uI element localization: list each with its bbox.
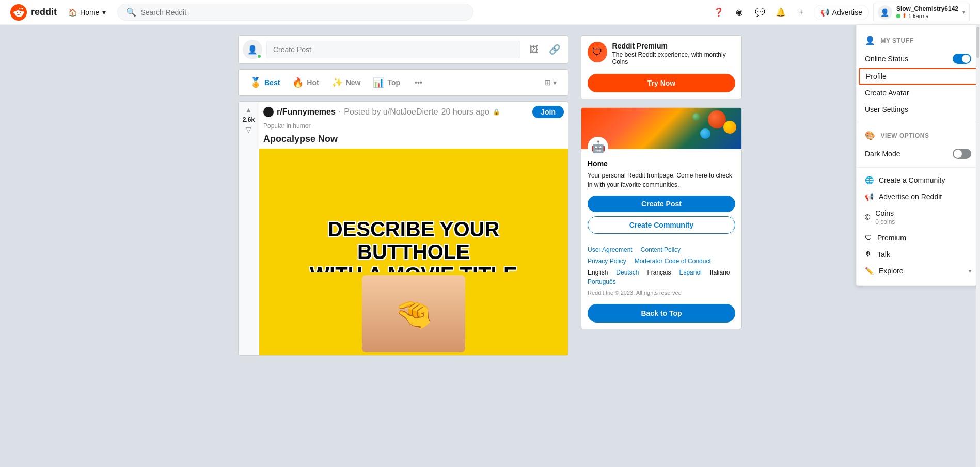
notification-icon-btn[interactable]: 🔔 <box>772 4 789 21</box>
advertise-left: 📢 Advertise on Reddit <box>865 192 942 201</box>
back-to-top-button[interactable]: Back to Top <box>588 304 735 323</box>
premium-card: 🛡 Reddit Premium The best Reddit experie… <box>581 35 742 99</box>
notification-icon: 🔔 <box>776 7 786 17</box>
explore-left: ✏️ Explore <box>865 267 903 275</box>
chat-icon-btn[interactable]: 💬 <box>752 4 768 21</box>
try-now-button[interactable]: Try Now <box>588 74 735 92</box>
footer-lang-row: English Deutsch Français Español Italian… <box>588 269 735 285</box>
image-icon: 🖼 <box>529 44 539 55</box>
layout-chevron-icon: ▾ <box>553 78 557 87</box>
sort-hot-button[interactable]: 🔥 Hot <box>287 73 324 92</box>
profile-item[interactable]: Profile <box>859 68 977 85</box>
divider-1 <box>857 122 979 122</box>
sidebar-create-post-button[interactable]: Create Post <box>588 196 735 212</box>
user-info: Slow_Chemistry6142 ⬆ 1 karma <box>896 5 958 19</box>
create-community-item[interactable]: 🌐 Create a Community <box>857 172 979 188</box>
coins-text: Coins 0 coins <box>875 209 895 226</box>
coins-icon: © <box>865 213 870 221</box>
sort-top-button[interactable]: 📊 Top <box>368 73 405 92</box>
question-icon-btn[interactable]: ❓ <box>710 4 727 21</box>
user-settings-item[interactable]: User Settings <box>857 101 979 118</box>
karma-icon: ⬆ <box>902 12 907 19</box>
username: Slow_Chemistry6142 <box>896 5 958 12</box>
plus-icon-btn[interactable]: + <box>793 4 810 21</box>
footer-link-user-agreement[interactable]: User Agreement <box>588 246 633 253</box>
karma-count: 1 karma <box>908 13 929 19</box>
premium-left: 🛡 Premium <box>865 234 906 242</box>
question-icon: ❓ <box>714 7 724 17</box>
dark-mode-toggle[interactable] <box>953 149 971 159</box>
online-status-toggle[interactable] <box>953 54 971 64</box>
plus-icon: + <box>799 8 803 17</box>
search-bar[interactable]: 🔍 <box>117 4 473 21</box>
user-chevron-icon: ▾ <box>962 9 965 15</box>
footer-link-content-policy[interactable]: Content Policy <box>641 246 681 253</box>
meme-text-line1: DESCRIBE YOUR BUTTHOLE <box>270 218 558 263</box>
sort-more-button[interactable]: ••• <box>409 74 428 91</box>
sort-best-button[interactable]: 🏅 Best <box>245 73 285 92</box>
home-card-title: Home <box>588 159 735 168</box>
dark-mode-item[interactable]: Dark Mode <box>857 144 979 163</box>
snoo-mascot: 🤖 <box>588 137 608 157</box>
footer-lang-deutsch[interactable]: Deutsch <box>616 269 639 276</box>
premium-shield-icon: 🛡 <box>588 42 607 62</box>
upvote-button[interactable]: ▲ <box>245 106 252 114</box>
talk-label: Talk <box>877 250 890 259</box>
divider-2 <box>857 167 979 168</box>
advertise-label: Advertise <box>832 8 862 17</box>
scrollbar[interactable] <box>976 25 980 467</box>
advertise-item[interactable]: 📢 Advertise on Reddit <box>857 188 979 205</box>
explore-chevron-icon: ▾ <box>969 268 971 274</box>
premium-text: Reddit Premium The best Reddit experienc… <box>612 42 735 66</box>
downvote-button[interactable]: ▽ <box>246 125 251 134</box>
right-sidebar: 🛡 Reddit Premium The best Reddit experie… <box>581 35 742 356</box>
footer-link-mod-conduct[interactable]: Moderator Code of Conduct <box>635 257 711 265</box>
home-card: 🤖 Home Your personal Reddit frontpage. C… <box>581 107 742 329</box>
back-to-top-wrapper: Back to Top <box>581 302 741 329</box>
profile-label: Profile <box>866 72 887 80</box>
online-status-item[interactable]: Online Status <box>857 50 979 68</box>
sort-new-button[interactable]: ✨ New <box>326 73 366 92</box>
post-author[interactable]: Posted by u/NotJoeDierte <box>344 107 438 117</box>
post-card[interactable]: ▲ 2.6k ▽ r/Funnymemes · Posted by u/NotJ… <box>238 101 568 356</box>
sort-hot-label: Hot <box>307 78 319 87</box>
coins-item[interactable]: © Coins 0 coins <box>857 205 979 230</box>
post-subreddit[interactable]: r/Funnymemes <box>277 107 336 117</box>
link-button[interactable]: 🔗 <box>545 40 564 59</box>
footer-lang-francais[interactable]: Français <box>647 269 671 276</box>
award-icon-btn[interactable]: ◉ <box>731 4 748 21</box>
user-menu-button[interactable]: 👤 Slow_Chemistry6142 ⬆ 1 karma ▾ <box>873 3 970 22</box>
footer-link-privacy-policy[interactable]: Privacy Policy <box>588 257 626 265</box>
reddit-logo[interactable]: reddit <box>10 4 57 21</box>
layout-button[interactable]: ⊞ ▾ <box>540 75 562 90</box>
footer-lang-portugues[interactable]: Português <box>588 278 616 285</box>
create-post-input[interactable] <box>266 41 520 58</box>
coins-left: © Coins 0 coins <box>865 209 895 226</box>
footer-lang-english[interactable]: English <box>588 269 608 276</box>
footer-lang-italiano[interactable]: Italiano <box>710 269 730 276</box>
search-input[interactable] <box>140 8 465 17</box>
planet-2 <box>723 121 736 134</box>
create-community-button[interactable]: Create Community <box>588 216 735 234</box>
home-nav[interactable]: 🏠 Home ▾ <box>63 5 111 20</box>
post-image: DESCRIBE YOUR BUTTHOLE WITH A MOVIE TITL… <box>259 149 568 355</box>
premium-item[interactable]: 🛡 Premium <box>857 230 979 246</box>
scrollbar-thumb[interactable] <box>976 27 979 58</box>
header-actions: ❓ ◉ 💬 🔔 + 📢 Advertise 👤 Slow_Chemistry61… <box>710 3 970 22</box>
image-upload-button[interactable]: 🖼 <box>525 40 543 59</box>
talk-item[interactable]: 🎙 Talk <box>857 246 979 263</box>
chat-icon: 💬 <box>755 7 765 17</box>
snoo-icon: 🤖 <box>588 137 608 157</box>
sort-top-label: Top <box>387 78 400 87</box>
footer-lang-espanol[interactable]: Español <box>679 269 701 276</box>
online-status-dot <box>257 54 262 59</box>
explore-item[interactable]: ✏️ Explore ▾ <box>857 263 979 279</box>
create-avatar-item[interactable]: Create Avatar <box>857 85 979 101</box>
avatar: 👤 <box>878 5 892 20</box>
home-chevron-icon: ▾ <box>102 8 106 17</box>
online-indicator <box>896 14 900 18</box>
planet-4 <box>692 113 700 121</box>
advertise-button[interactable]: 📢 Advertise <box>814 5 869 20</box>
create-post-bar[interactable]: 👤 🖼 🔗 <box>238 35 568 64</box>
join-button[interactable]: Join <box>532 106 564 118</box>
